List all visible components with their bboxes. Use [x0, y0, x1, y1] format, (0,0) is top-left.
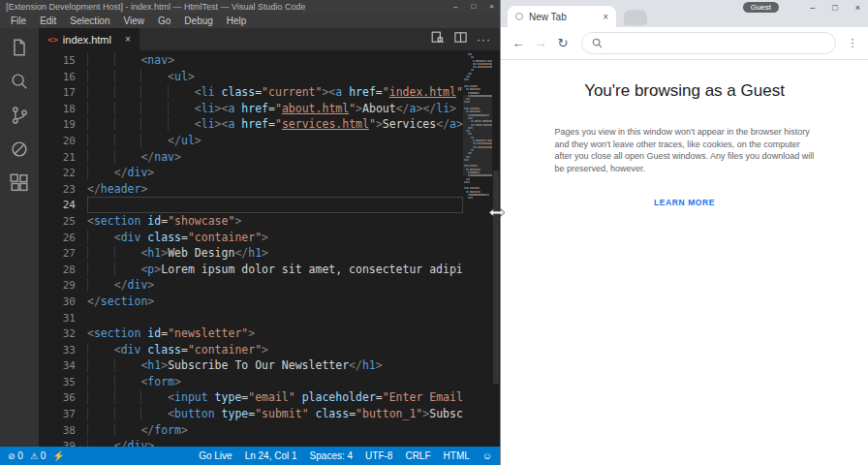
code-line-22[interactable]: 22 </div>	[39, 165, 463, 181]
line-number: 38	[50, 423, 76, 440]
line-number: 20	[50, 134, 76, 150]
menu-file[interactable]: File	[4, 16, 33, 26]
minimize-button[interactable]: –	[453, 0, 457, 14]
status-go-live[interactable]: Go Live	[199, 450, 232, 461]
address-bar[interactable]	[581, 32, 836, 54]
explorer-icon[interactable]	[9, 37, 30, 58]
status-encoding[interactable]: UTF-8	[365, 450, 392, 461]
menu-view[interactable]: View	[117, 16, 152, 26]
code-line-39[interactable]: 39 </div>	[39, 438, 463, 447]
chrome-menu-icon[interactable]: ⋮	[845, 37, 860, 49]
line-number: 24	[50, 198, 76, 214]
search-icon[interactable]	[9, 71, 30, 92]
browser-tab-new-tab[interactable]: New Tab ×	[508, 6, 616, 27]
back-button[interactable]: ←	[509, 36, 528, 50]
reload-button[interactable]: ↻	[553, 36, 573, 50]
code-area[interactable]: 15 <nav>16 <ul>17 <li class="current"><a…	[39, 50, 463, 447]
minimize-button[interactable]: –	[810, 3, 815, 13]
code-line-20[interactable]: 20 </ul>	[39, 133, 463, 149]
line-number: 21	[50, 150, 76, 167]
line-number: 16	[50, 70, 76, 86]
line-number: 30	[50, 294, 76, 311]
status-eol[interactable]: CRLF	[405, 450, 430, 461]
line-number: 22	[50, 166, 76, 182]
split-editor-icon[interactable]	[453, 30, 468, 48]
open-preview-icon[interactable]	[430, 30, 445, 48]
browser-tab-title: New Tab	[529, 12, 567, 22]
code-line-34[interactable]: 34 <h1>Subscribe To Our Newsletter</h1>	[39, 357, 463, 374]
source-control-icon[interactable]	[9, 105, 30, 126]
text-cursor	[87, 199, 88, 210]
extensions-icon[interactable]	[9, 172, 30, 194]
maximize-button[interactable]: □	[832, 3, 837, 13]
chrome-tabstrip: New Tab × Guest – □ ×	[501, 0, 868, 27]
guest-heading: You're browsing as a Guest	[501, 81, 868, 101]
debug-icon[interactable]	[9, 139, 30, 160]
status-indentation[interactable]: Spaces: 4	[310, 450, 353, 461]
more-actions-icon[interactable]: ···	[477, 33, 491, 46]
forward-button[interactable]: →	[531, 36, 550, 50]
line-number: 26	[50, 231, 76, 247]
code-line-36[interactable]: 36 <input type="email" placeholder="Ente…	[39, 389, 463, 406]
code-line-33[interactable]: 33 <div class="container">	[39, 342, 463, 358]
code-line-19[interactable]: 19 <li><a href="services.html">Services<…	[39, 116, 463, 133]
code-line-25[interactable]: 25<section id="showcase">	[39, 213, 463, 230]
tab-close-icon[interactable]: ×	[125, 34, 131, 45]
code-line-31[interactable]: 31	[39, 310, 463, 326]
code-line-38[interactable]: 38 </form>	[39, 422, 463, 439]
line-number: 25	[50, 214, 76, 231]
code-line-29[interactable]: 29 </div>	[39, 277, 463, 294]
line-number: 29	[50, 278, 76, 294]
lightning-icon[interactable]: ⚡	[52, 450, 64, 461]
warning-icon: ⚠	[30, 451, 38, 461]
code-line-21[interactable]: 21 </nav>	[39, 149, 463, 166]
code-line-35[interactable]: 35 <form>	[39, 374, 463, 390]
errors-indicator[interactable]: ⊘ 0	[8, 450, 23, 461]
search-icon	[592, 35, 603, 52]
status-bar: ⊘ 0 ⚠ 0 ⚡ Go LiveLn 24, Col 1Spaces: 4UT…	[0, 447, 500, 465]
code-line-32[interactable]: 32<section id="newsletter">	[39, 326, 463, 342]
guest-description: Pages you view in this window won't appe…	[555, 126, 815, 174]
code-line-26[interactable]: 26 <div class="container">	[39, 230, 463, 246]
code-line-37[interactable]: 37 <button type="submit" class="button_1…	[39, 406, 463, 422]
close-button[interactable]: ×	[489, 0, 494, 14]
code-line-23[interactable]: 23</header>	[39, 181, 463, 198]
code-line-24[interactable]: 24	[39, 197, 463, 213]
menu-selection[interactable]: Selection	[63, 16, 116, 26]
editor-actions: ···	[430, 28, 500, 50]
editor-scrollbar[interactable]	[492, 50, 500, 447]
vscode-window: [Extension Development Host] - index.htm…	[0, 0, 500, 465]
code-line-16[interactable]: 16 <ul>	[39, 69, 463, 85]
editor[interactable]: 15 <nav>16 <ul>17 <li class="current"><a…	[39, 50, 500, 447]
tab-favicon-icon	[515, 13, 523, 20]
code-line-27[interactable]: 27 <h1>Web Design</h1>	[39, 245, 463, 262]
warnings-indicator[interactable]: ⚠ 0	[30, 450, 46, 461]
status-cursor-position[interactable]: Ln 24, Col 1	[245, 450, 297, 461]
minimap-slider[interactable]	[463, 95, 492, 176]
close-button[interactable]: ×	[855, 3, 860, 13]
menu-go[interactable]: Go	[151, 16, 177, 26]
menu-edit[interactable]: Edit	[33, 16, 63, 26]
line-number: 17	[50, 85, 76, 102]
code-line-18[interactable]: 18 <li><a href="about.html">About</a></l…	[39, 101, 463, 117]
line-number: 39	[50, 439, 76, 447]
minimap[interactable]	[463, 50, 492, 447]
code-line-30[interactable]: 30</section>	[39, 294, 463, 310]
feedback-smiley-icon[interactable]: ☺	[482, 450, 492, 461]
tab-index-html[interactable]: <> index.html ×	[39, 28, 140, 50]
menu-debug[interactable]: Debug	[177, 16, 219, 26]
maximize-button[interactable]: □	[471, 0, 476, 14]
line-number: 36	[50, 390, 76, 407]
new-tab-button[interactable]	[624, 10, 647, 25]
tab-close-icon[interactable]: ×	[603, 12, 608, 22]
line-number: 27	[50, 246, 76, 263]
learn-more-link[interactable]: LEARN MORE	[654, 198, 715, 207]
code-line-28[interactable]: 28 <p>Lorem ipsum dolor sit amet, consec…	[39, 262, 463, 278]
guest-badge[interactable]: Guest	[743, 2, 779, 13]
code-line-15[interactable]: 15 <nav>	[39, 52, 463, 69]
scrollbar-thumb[interactable]	[493, 170, 499, 384]
status-language-mode[interactable]: HTML	[444, 450, 470, 461]
address-bar-input[interactable]	[609, 38, 825, 48]
menu-help[interactable]: Help	[220, 16, 254, 26]
code-line-17[interactable]: 17 <li class="current"><a href="index.ht…	[39, 84, 463, 101]
